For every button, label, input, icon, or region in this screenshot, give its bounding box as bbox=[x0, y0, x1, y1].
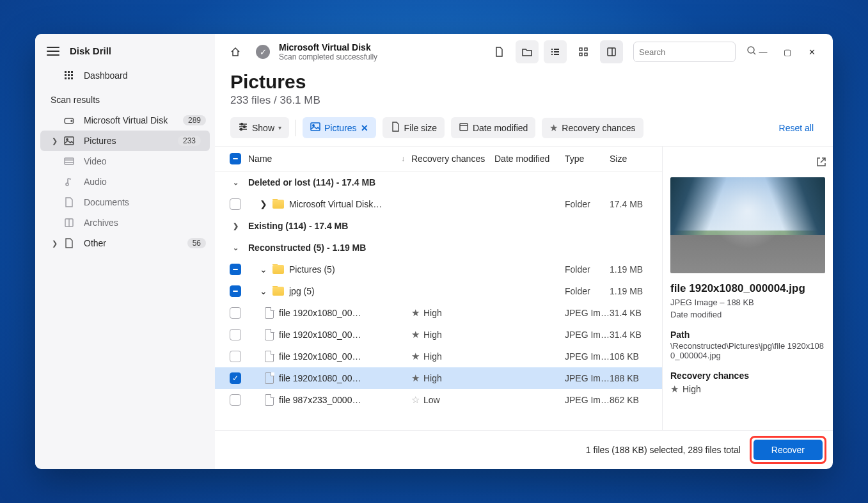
svg-rect-1 bbox=[68, 71, 70, 73]
row-checkbox[interactable] bbox=[230, 394, 241, 406]
sidebar-item-audio[interactable]: Audio bbox=[35, 172, 215, 192]
row-type: Folder bbox=[565, 264, 610, 275]
search-box[interactable] bbox=[633, 42, 736, 62]
show-dropdown[interactable]: Show ▾ bbox=[230, 117, 289, 138]
count-badge: 233 bbox=[178, 136, 201, 146]
sidebar-item-other[interactable]: ❯ Other 56 bbox=[35, 233, 215, 253]
grid-view-button[interactable] bbox=[572, 40, 595, 63]
column-date[interactable]: Date modified bbox=[494, 154, 565, 164]
row-size: 31.4 KB bbox=[610, 330, 654, 340]
group-reconstructed[interactable]: ⌄ Reconstructed (5) - 1.19 MB bbox=[215, 237, 662, 259]
sidebar-item-video[interactable]: Video bbox=[35, 151, 215, 172]
details-rc-label: Recovery chances bbox=[670, 371, 825, 381]
table-row[interactable]: ⌄jpg (5) Folder 1.19 MB bbox=[215, 280, 662, 302]
svg-rect-23 bbox=[551, 54, 553, 55]
filter-chip-recovery-chances[interactable]: ★ Recovery chances bbox=[542, 118, 643, 138]
folder-view-button[interactable] bbox=[516, 40, 539, 63]
file-view-button[interactable] bbox=[487, 40, 510, 63]
table-row[interactable]: ❯Microsoft Virtual Disk… Folder 17.4 MB bbox=[215, 193, 662, 215]
row-checkbox[interactable] bbox=[230, 198, 241, 210]
svg-rect-28 bbox=[585, 53, 587, 56]
maximize-button[interactable]: ▢ bbox=[775, 42, 800, 61]
grid-icon bbox=[63, 70, 75, 81]
drive-icon bbox=[63, 115, 75, 125]
search-input[interactable] bbox=[639, 47, 746, 57]
svg-rect-5 bbox=[71, 74, 73, 76]
split-view-button[interactable] bbox=[600, 40, 623, 63]
file-icon bbox=[390, 122, 400, 134]
sidebar-item-pictures[interactable]: ❯ Pictures 233 bbox=[40, 131, 210, 151]
table-row[interactable]: file 1920x1080_00… ★High JPEG Im… 31.4 K… bbox=[215, 302, 662, 324]
svg-rect-41 bbox=[460, 124, 468, 131]
star-icon: ★ bbox=[411, 307, 420, 319]
filter-chip-pictures[interactable]: Pictures ✕ bbox=[303, 117, 376, 138]
group-deleted[interactable]: ⌄ Deleted or lost (114) - 17.4 MB bbox=[215, 172, 662, 193]
sidebar-item-label: Archives bbox=[84, 218, 118, 228]
open-external-icon[interactable] bbox=[816, 157, 826, 170]
sidebar-item-documents[interactable]: Documents bbox=[35, 192, 215, 212]
row-checkbox[interactable] bbox=[230, 307, 241, 319]
sidebar-item-label: Other bbox=[84, 238, 106, 248]
sidebar-item-microsoft-virtual-disk[interactable]: Microsoft Virtual Disk 289 bbox=[35, 110, 215, 131]
row-name: file 1920x1080_00… bbox=[279, 308, 361, 318]
filter-chip-file-size[interactable]: File size bbox=[383, 117, 445, 138]
topbar-subtitle: Scan completed successfully bbox=[279, 52, 377, 61]
close-icon[interactable]: ✕ bbox=[361, 123, 368, 133]
svg-rect-20 bbox=[554, 49, 559, 50]
close-button[interactable]: ✕ bbox=[800, 42, 824, 61]
sidebar-item-archives[interactable]: Archives bbox=[35, 212, 215, 233]
row-checkbox[interactable] bbox=[230, 372, 241, 384]
column-size[interactable]: Size bbox=[610, 154, 654, 164]
details-path-label: Path bbox=[670, 330, 825, 340]
sort-arrow-icon: ↓ bbox=[401, 154, 405, 163]
reset-all-link[interactable]: Reset all bbox=[779, 123, 817, 133]
group-label: Deleted or lost (114) - 17.4 MB bbox=[248, 177, 375, 188]
group-label: Reconstructed (5) - 1.19 MB bbox=[248, 243, 366, 253]
table-row[interactable]: file 1920x1080_00… ★High JPEG Im… 106 KB bbox=[215, 346, 662, 367]
count-badge: 289 bbox=[183, 115, 206, 125]
row-size: 1.19 MB bbox=[610, 286, 654, 296]
group-existing[interactable]: ❯ Existing (114) - 17.4 MB bbox=[215, 215, 662, 237]
row-checkbox[interactable] bbox=[230, 351, 241, 362]
row-checkbox[interactable] bbox=[230, 285, 241, 297]
row-checkbox[interactable] bbox=[230, 329, 241, 340]
chevron-down-icon: ▾ bbox=[278, 124, 281, 131]
chevron-down-icon: ⌄ bbox=[260, 264, 267, 275]
row-type: Folder bbox=[565, 286, 610, 296]
table-row[interactable]: file 1920x1080_00… ★High JPEG Im… 31.4 K… bbox=[215, 324, 662, 346]
audio-icon bbox=[63, 177, 75, 187]
chip-label: Pictures bbox=[324, 123, 357, 133]
file-icon bbox=[63, 238, 75, 248]
home-button[interactable] bbox=[224, 40, 247, 63]
row-type: JPEG Im… bbox=[565, 308, 610, 318]
minimize-button[interactable]: — bbox=[751, 42, 775, 61]
table-row[interactable]: file 987x233_0000… ☆Low JPEG Im… 862 KB bbox=[215, 389, 662, 411]
sliders-icon bbox=[238, 122, 248, 134]
column-recovery[interactable]: Recovery chances bbox=[411, 154, 494, 164]
file-icon bbox=[265, 372, 274, 384]
row-name: Pictures (5) bbox=[289, 264, 335, 275]
star-icon: ★ bbox=[411, 329, 420, 340]
details-rc: High bbox=[683, 384, 701, 394]
chevron-down-icon: ⌄ bbox=[260, 286, 267, 296]
column-type[interactable]: Type bbox=[565, 154, 610, 164]
details-typesize: JPEG Image – 188 KB bbox=[670, 298, 825, 307]
column-name[interactable]: Name↓ bbox=[248, 154, 411, 164]
sidebar: Disk Drill Dashboard Scan results Micros… bbox=[35, 34, 215, 469]
table-row[interactable]: ⌄Pictures (5) Folder 1.19 MB bbox=[215, 259, 662, 280]
svg-rect-27 bbox=[580, 53, 582, 56]
filter-chip-date-modified[interactable]: Date modified bbox=[451, 117, 535, 138]
select-all-checkbox[interactable] bbox=[230, 153, 241, 164]
sidebar-item-dashboard[interactable]: Dashboard bbox=[35, 65, 215, 86]
table-row[interactable]: file 1920x1080_00… ★High JPEG Im… 188 KB bbox=[215, 367, 662, 389]
chevron-right-icon: ❯ bbox=[260, 199, 267, 209]
svg-rect-6 bbox=[65, 77, 67, 79]
file-icon bbox=[265, 394, 274, 406]
row-type: JPEG Im… bbox=[565, 395, 610, 405]
menu-icon[interactable] bbox=[47, 47, 59, 56]
recover-button[interactable]: Recover bbox=[754, 440, 823, 460]
row-checkbox[interactable] bbox=[230, 264, 241, 275]
list-view-button[interactable] bbox=[544, 40, 567, 63]
file-icon bbox=[265, 329, 274, 340]
chevron-down-icon: ⌄ bbox=[230, 179, 241, 187]
